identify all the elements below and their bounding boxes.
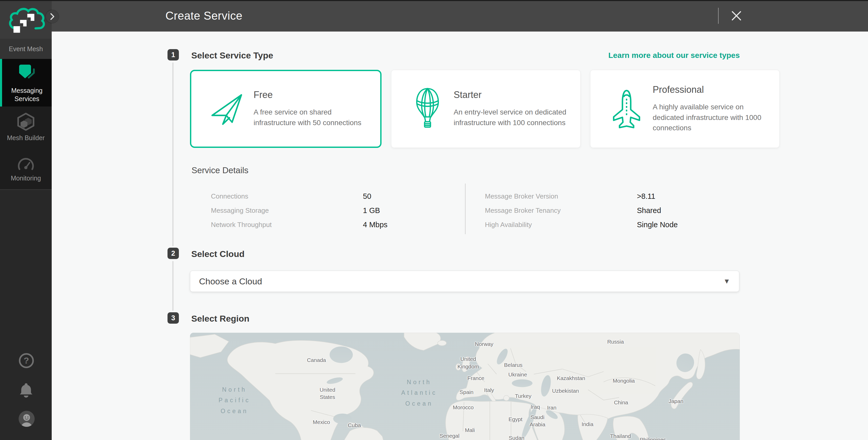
modal-header: Create Service <box>52 0 868 32</box>
detail-label: Message Broker Tenancy <box>485 207 637 215</box>
shield-icon <box>17 63 37 83</box>
service-type-card-free[interactable]: Free A free service on shared infrastruc… <box>190 70 381 148</box>
service-details-title: Service Details <box>191 165 248 175</box>
bell-icon <box>18 382 34 398</box>
detail-value: 4 Mbps <box>363 221 388 229</box>
sidebar-item-event-mesh[interactable]: Event Mesh <box>0 39 52 59</box>
window-top-edge <box>0 0 868 1</box>
create-service-form: 1 Select Service Type Learn more about o… <box>52 32 868 440</box>
step-2-title: Select Cloud <box>191 249 245 259</box>
card-title: Professional <box>653 84 772 95</box>
detail-row: Network Throughput 4 Mbps <box>211 218 388 232</box>
step-3-badge: 3 <box>167 312 179 324</box>
detail-value: Shared <box>637 206 661 215</box>
card-description: An entry-level service on dedicated infr… <box>454 107 572 128</box>
detail-row: High Availability Single Node <box>485 218 678 232</box>
card-title: Free <box>254 89 372 100</box>
sidebar-item-label: Event Mesh <box>4 45 48 53</box>
sidebar-item-monitoring[interactable]: Monitoring <box>0 148 52 189</box>
sidebar-item-messaging-services[interactable]: Messaging Services <box>0 59 52 106</box>
step-2-badge: 2 <box>167 248 179 259</box>
gauge-icon <box>16 155 36 171</box>
cloud-select-dropdown[interactable]: Choose a Cloud ▼ <box>190 271 739 292</box>
create-service-screen: Create Service Event Mesh <box>0 0 868 440</box>
svg-text:?: ? <box>24 355 29 365</box>
sidebar-item-label: Monitoring <box>4 174 48 182</box>
hexagon-icon <box>16 113 36 131</box>
hot-air-balloon-icon <box>405 85 450 132</box>
detail-label: Connections <box>211 192 363 200</box>
detail-value: Single Node <box>637 221 678 229</box>
close-button[interactable] <box>729 8 744 24</box>
sidebar-expand-button[interactable] <box>46 10 59 23</box>
service-details-column-1: Connections 50 Messaging Storage 1 GB Ne… <box>211 189 388 232</box>
step-connector <box>173 261 174 311</box>
detail-row: Message Broker Version >8.11 <box>485 189 678 203</box>
world-map-graphic <box>190 333 740 440</box>
learn-more-link[interactable]: Learn more about our service types <box>190 51 740 60</box>
detail-row: Connections 50 <box>211 189 388 203</box>
region-map[interactable]: North Pacific OceanNorth Atlantic OceanR… <box>190 333 740 440</box>
sidebar-item-mesh-builder[interactable]: Mesh Builder <box>0 106 52 148</box>
solace-cloud-logo-icon <box>6 4 45 35</box>
sidebar-item-label: Messaging Services <box>5 86 49 103</box>
airplane-icon <box>604 88 649 129</box>
detail-row: Messaging Storage 1 GB <box>211 203 388 218</box>
detail-label: Messaging Storage <box>211 207 363 215</box>
sidebar: Event Mesh Messaging Services Mesh Build… <box>0 0 52 440</box>
cloud-select-value: Choose a Cloud <box>199 276 723 286</box>
help-button[interactable]: ? <box>18 352 35 369</box>
step-connector <box>173 63 174 246</box>
avatar-icon <box>18 410 35 427</box>
detail-value: >8.11 <box>637 192 655 200</box>
detail-label: Network Throughput <box>211 221 363 229</box>
detail-value: 1 GB <box>363 206 380 215</box>
detail-label: High Availability <box>485 221 637 229</box>
service-type-card-professional[interactable]: Professional A highly available service … <box>590 70 780 148</box>
step-1-badge: 1 <box>167 49 179 61</box>
card-title: Starter <box>454 89 572 100</box>
page-title: Create Service <box>165 0 243 32</box>
detail-row: Message Broker Tenancy Shared <box>485 203 678 218</box>
account-button[interactable] <box>18 410 35 427</box>
card-description: A free service on shared infrastructure … <box>254 107 372 128</box>
service-details-column-2: Message Broker Version >8.11 Message Bro… <box>485 189 678 232</box>
close-icon <box>729 8 744 24</box>
header-divider <box>718 8 719 24</box>
dropdown-caret-icon: ▼ <box>723 277 730 285</box>
help-icon: ? <box>18 352 35 369</box>
sidebar-divider <box>0 189 52 190</box>
detail-value: 50 <box>363 192 371 200</box>
chevron-right-icon <box>46 10 59 23</box>
step-3-title: Select Region <box>191 314 249 324</box>
detail-label: Message Broker Version <box>485 192 637 200</box>
notifications-button[interactable] <box>18 382 35 398</box>
sidebar-item-label: Mesh Builder <box>4 134 48 142</box>
card-description: A highly available service on dedicated … <box>653 102 772 133</box>
service-details-divider <box>465 184 466 234</box>
service-type-card-starter[interactable]: Starter An entry-level service on dedica… <box>391 70 581 148</box>
logo-block[interactable] <box>0 0 52 39</box>
service-type-cards: Free A free service on shared infrastruc… <box>190 70 740 148</box>
paper-plane-icon <box>205 88 250 129</box>
